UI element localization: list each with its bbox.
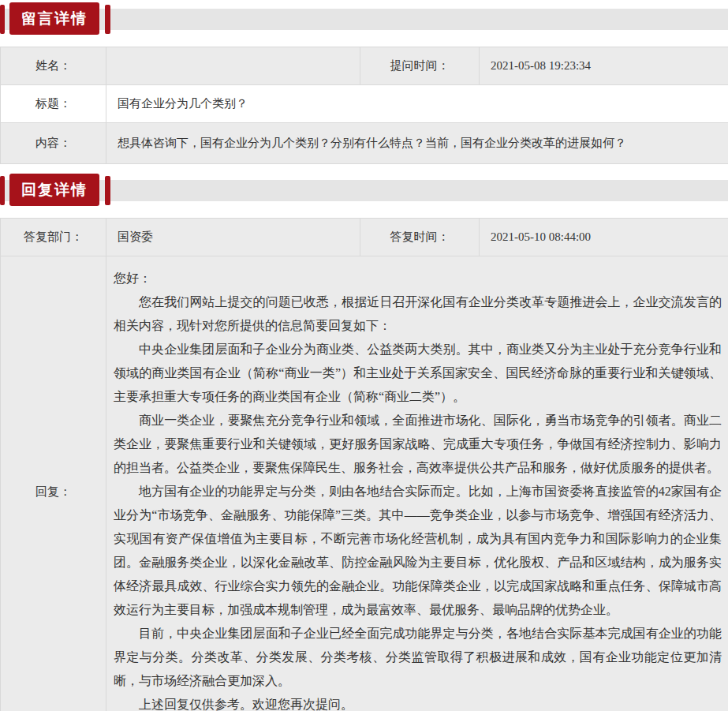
reply-content: 您好： 您在我们网站上提交的问题已收悉，根据近日召开深化国有企业分类改革专题推进… bbox=[106, 256, 728, 711]
message-detail-page: 留言详情 姓名： 提问时间： 2021-05-08 19:23:34 标题： 国… bbox=[0, 2, 728, 711]
table-row: 回复： 您好： 您在我们网站上提交的问题已收悉，根据近日召开深化国有企业分类改革… bbox=[1, 256, 728, 711]
reply-section-title: 回复详情 bbox=[9, 174, 99, 206]
title-label: 标题： bbox=[1, 85, 106, 123]
table-row: 姓名： 提问时间： 2021-05-08 19:23:34 bbox=[1, 47, 728, 85]
reply-dept-label: 答复部门： bbox=[1, 219, 106, 256]
table-row: 答复部门： 国资委 答复时间： 2021-05-10 08:44:00 bbox=[1, 219, 728, 256]
reply-label: 回复： bbox=[1, 256, 106, 711]
message-content-value: 想具体咨询下，国有企业分为几个类别？分别有什么特点？当前，国有企业分类改革的进展… bbox=[106, 123, 728, 164]
name-label: 姓名： bbox=[1, 47, 106, 85]
ask-time-label: 提问时间： bbox=[360, 47, 480, 85]
table-row: 标题： 国有企业分为几个类别？ bbox=[1, 85, 728, 123]
reply-paragraph: 上述回复仅供参考。欢迎您再次提问。 bbox=[114, 693, 722, 711]
content-label: 内容： bbox=[1, 123, 106, 164]
reply-paragraph: 地方国有企业的功能界定与分类，则由各地结合实际而定。比如，上海市国资委将直接监管… bbox=[114, 480, 722, 622]
reply-paragraph: 商业一类企业，要聚焦充分竞争行业和领域，全面推进市场化、国际化，勇当市场竞争的引… bbox=[114, 409, 722, 480]
left-accent-bar bbox=[0, 5, 5, 34]
reply-time-label: 答复时间： bbox=[360, 219, 480, 256]
message-table: 姓名： 提问时间： 2021-05-08 19:23:34 标题： 国有企业分为… bbox=[0, 47, 728, 164]
reply-paragraph: 您在我们网站上提交的问题已收悉，根据近日召开深化国有企业分类改革专题推进会上，企… bbox=[114, 290, 722, 338]
message-section-title: 留言详情 bbox=[9, 2, 99, 35]
reply-dept-value: 国资委 bbox=[106, 219, 360, 256]
name-value bbox=[106, 47, 360, 85]
left-accent-bar bbox=[0, 176, 5, 205]
right-accent-bar bbox=[105, 5, 110, 34]
reply-section-header: 回复详情 bbox=[0, 173, 728, 208]
table-row: 内容： 想具体咨询下，国有企业分为几个类别？分别有什么特点？当前，国有企业分类改… bbox=[1, 123, 728, 164]
message-title-value: 国有企业分为几个类别？ bbox=[106, 85, 728, 123]
reply-table: 答复部门： 国资委 答复时间： 2021-05-10 08:44:00 回复： … bbox=[0, 218, 728, 711]
reply-paragraph: 目前，中央企业集团层面和子企业已经全面完成功能界定与分类，各地结合实际基本完成国… bbox=[114, 622, 722, 693]
right-accent-bar bbox=[105, 176, 110, 205]
reply-paragraph: 中央企业集团层面和子企业分为商业类、公益类两大类别。其中，商业类又分为主业处于充… bbox=[114, 338, 722, 409]
reply-paragraph: 您好： bbox=[114, 267, 722, 290]
reply-time-value: 2021-05-10 08:44:00 bbox=[480, 219, 728, 256]
message-section-header: 留言详情 bbox=[0, 2, 728, 36]
ask-time-value: 2021-05-08 19:23:34 bbox=[480, 47, 728, 85]
